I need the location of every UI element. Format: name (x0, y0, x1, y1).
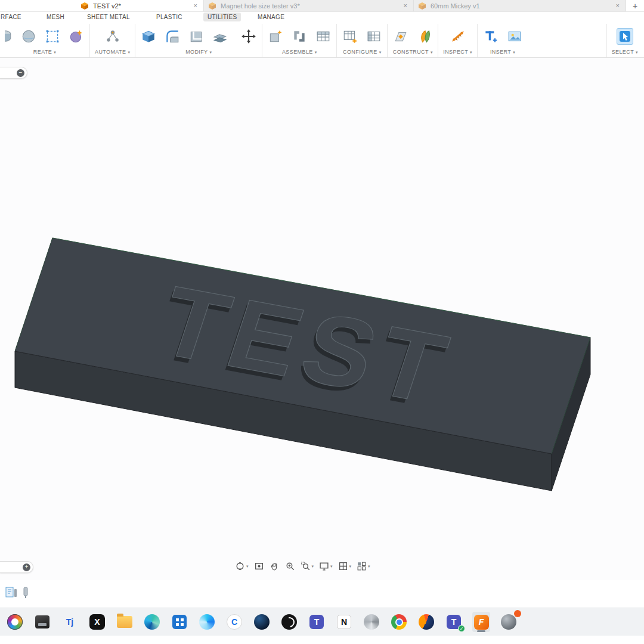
taskbar-icon-store[interactable] (171, 612, 188, 632)
press-pull-icon[interactable] (140, 28, 157, 45)
close-tab-icon[interactable]: × (402, 2, 408, 9)
construction-plane-icon[interactable] (392, 28, 409, 45)
document-tab-test-v2[interactable]: TEST v2* × (76, 0, 204, 11)
chrome-icon (391, 614, 407, 630)
browser-panel-toggle[interactable]: − (0, 67, 27, 79)
group-label-create[interactable]: REATE (33, 49, 52, 55)
teams-icon: T (309, 615, 324, 629)
bom-table-icon[interactable] (315, 28, 332, 45)
microsoft-store-icon (172, 615, 187, 629)
pan-tool[interactable] (270, 561, 280, 571)
toolbar-group-create: REATE▾ (0, 24, 89, 57)
insert-canvas-icon[interactable] (506, 28, 523, 45)
taskbar-icon-notion[interactable]: N (335, 612, 353, 632)
chevron-down-icon: ▾ (636, 50, 638, 54)
group-label-inspect[interactable]: INSPECT (443, 49, 468, 55)
tab-label: Magnet hole size tester v3* (219, 2, 399, 10)
taskbar-icon-teams[interactable]: T (308, 612, 326, 632)
navigation-bar: ▾ ▾ ▾ ▾ ▾ (235, 559, 370, 572)
taskbar-icon-file-explorer[interactable] (116, 612, 134, 632)
taskbar-icon-teams-personal[interactable]: T ✓ (445, 612, 463, 632)
joint-icon[interactable] (291, 28, 308, 45)
pattern-sphere-icon[interactable] (68, 28, 85, 45)
close-tab-icon[interactable]: × (193, 2, 199, 9)
group-label-insert[interactable]: INSERT (490, 49, 511, 55)
ribbon-tab-mesh[interactable]: MESH (47, 14, 64, 20)
group-label-automate[interactable]: AUTOMATE (95, 49, 126, 55)
bing-icon (254, 614, 270, 630)
taskbar-icon-fusion-360[interactable]: F (472, 612, 490, 632)
configuration-table-icon[interactable] (342, 28, 358, 45)
ribbon-tab-utilities[interactable]: UTILITIES (203, 13, 241, 21)
taskbar-icon-xbox[interactable]: X (88, 612, 106, 632)
look-at-tool[interactable] (254, 561, 264, 571)
automate-graph-icon[interactable] (104, 28, 121, 45)
zoom-tool[interactable] (285, 561, 295, 571)
file-explorer-icon (117, 616, 132, 628)
group-label-assemble[interactable]: ASSEMBLE (282, 49, 313, 55)
taskbar-icon-loop[interactable] (280, 612, 298, 632)
taskbar-icon-chrome-canary[interactable]: C (225, 612, 243, 632)
orbit-tool[interactable]: ▾ (235, 561, 249, 571)
viewport-canvas[interactable]: TEST TEST (0, 58, 644, 580)
document-tab-magnet-tester[interactable]: Magnet hole size tester v3* × (204, 0, 414, 11)
configuration-insert-icon[interactable] (366, 28, 382, 45)
split-body-icon[interactable] (212, 28, 228, 45)
xbox-icon: X (89, 614, 105, 630)
tab-label: TEST v2* (92, 2, 189, 10)
windows-taskbar: Tj X C T N T ✓ F (0, 608, 644, 636)
group-label-construct[interactable]: CONSTRUCT (393, 49, 429, 55)
tab-label: 60mm Mickey v1 (429, 2, 611, 10)
taskbar-icon-copilot[interactable] (198, 612, 216, 632)
viewports-tool[interactable]: ▾ (357, 561, 370, 571)
taskbar-icon-edge[interactable] (143, 612, 161, 632)
revolve-icon[interactable] (5, 28, 13, 45)
ribbon-tab-plastic[interactable]: PLASTIC (156, 14, 182, 20)
viewport[interactable]: TEST TEST (0, 58, 644, 580)
grid-settings-tool[interactable]: ▾ (338, 561, 352, 571)
ribbon-tab-sheetmetal[interactable]: SHEET METAL (87, 14, 130, 20)
insert-text-icon[interactable] (482, 28, 499, 45)
fusion-360-icon: F (474, 615, 489, 630)
shell-icon[interactable] (188, 28, 205, 45)
dark-photos-icon (35, 615, 49, 628)
taskbar-icon-camera-swirl[interactable] (363, 612, 380, 632)
chevron-down-icon: ▾ (330, 564, 333, 568)
display-settings-tool[interactable]: ▾ (319, 561, 333, 571)
document-tab-mickey[interactable]: 60mm Mickey v1 × (414, 0, 626, 11)
timeline-marker-icon[interactable] (5, 586, 18, 602)
timeline-panel-toggle[interactable]: + (0, 561, 33, 573)
taskbar-icon-firefox[interactable] (417, 612, 435, 632)
taskbar-icon-bing[interactable] (253, 612, 271, 632)
tangent-plane-icon[interactable] (416, 28, 433, 45)
taskbar-icon-settings-sphere[interactable] (500, 612, 518, 632)
group-label-modify[interactable]: MODIFY (185, 49, 208, 55)
close-tab-icon[interactable]: × (615, 2, 621, 9)
sphere-icon[interactable] (20, 28, 37, 45)
settings-sphere-icon (501, 614, 516, 630)
ribbon-tab-surface[interactable]: RFACE (1, 14, 21, 20)
fillet-icon[interactable] (164, 28, 181, 45)
tab-bar-spacer (0, 0, 76, 11)
edge-browser-icon (144, 614, 160, 630)
taskbar-icon-tj-app[interactable]: Tj (61, 612, 79, 632)
color-wheel-icon (7, 614, 23, 630)
group-label-select[interactable]: SELECT (612, 49, 634, 55)
timeline-handle-icon[interactable] (21, 586, 30, 602)
measure-icon[interactable] (450, 28, 466, 45)
group-label-configure[interactable]: CONFIGURE (343, 49, 377, 55)
taskbar-icon-chrome[interactable] (390, 612, 408, 632)
toolbar-group-configure: CONFIGURE▾ (336, 24, 387, 57)
taskbar-icon-color-wheel[interactable] (6, 612, 24, 632)
chevron-down-icon: ▾ (431, 50, 433, 54)
zoom-window-tool[interactable]: ▾ (301, 561, 314, 571)
new-tab-button[interactable]: + (626, 0, 644, 11)
select-cursor-icon[interactable] (617, 28, 633, 45)
new-component-icon[interactable] (267, 28, 284, 45)
taskbar-icon-dark-photos[interactable] (33, 612, 51, 632)
ribbon-tab-manage[interactable]: MANAGE (258, 14, 284, 20)
toolbar-group-inspect: INSPECT▾ (438, 24, 477, 57)
selection-box-icon[interactable] (44, 28, 61, 45)
move-copy-icon[interactable] (240, 28, 257, 45)
fusion-document-icon (419, 2, 426, 10)
